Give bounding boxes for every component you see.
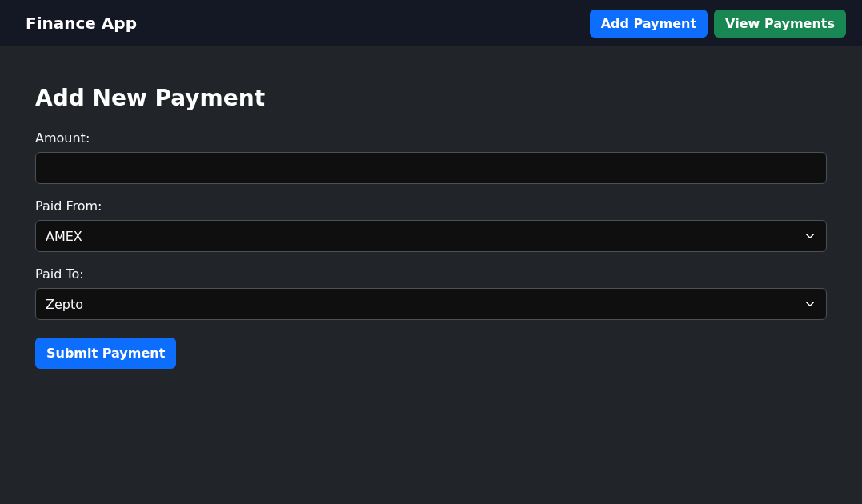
add-payment-button[interactable]: Add Payment bbox=[590, 10, 708, 38]
page-title: Add New Payment bbox=[35, 85, 827, 111]
amount-input[interactable] bbox=[35, 152, 827, 184]
navbar-buttons: Add Payment View Payments bbox=[590, 10, 849, 38]
paid-from-label: Paid From: bbox=[35, 198, 827, 214]
paid-from-group: Paid From: AMEX bbox=[35, 198, 827, 252]
main-container: Add New Payment Amount: Paid From: AMEX … bbox=[0, 46, 862, 369]
navbar: Finance App Add Payment View Payments bbox=[0, 0, 862, 46]
amount-group: Amount: bbox=[35, 130, 827, 184]
payment-form: Amount: Paid From: AMEX Paid To: Zepto S… bbox=[35, 130, 827, 369]
app-brand[interactable]: Finance App bbox=[13, 14, 137, 33]
paid-to-group: Paid To: Zepto bbox=[35, 266, 827, 320]
paid-to-select[interactable]: Zepto bbox=[35, 288, 827, 320]
paid-from-select[interactable]: AMEX bbox=[35, 220, 827, 252]
amount-label: Amount: bbox=[35, 130, 827, 146]
view-payments-button[interactable]: View Payments bbox=[714, 10, 846, 38]
paid-to-label: Paid To: bbox=[35, 266, 827, 282]
submit-payment-button[interactable]: Submit Payment bbox=[35, 338, 176, 369]
